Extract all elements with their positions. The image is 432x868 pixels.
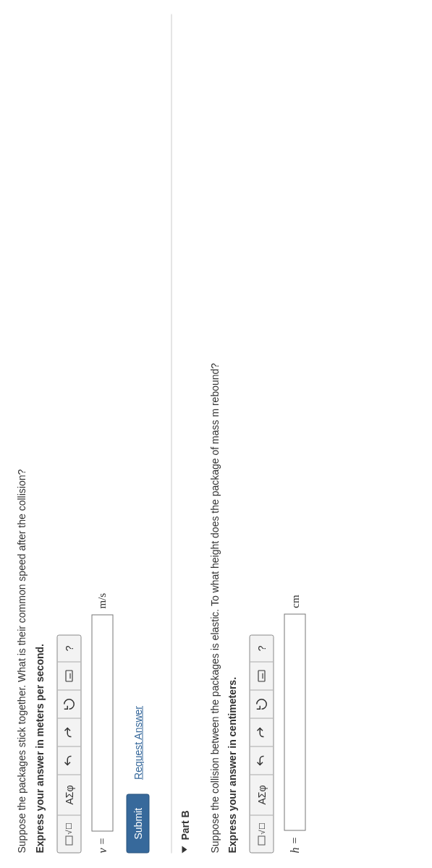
templates-button[interactable]: √☐ (57, 814, 80, 852)
part-b-unit: cm (289, 595, 301, 608)
svg-rect-0 (66, 671, 72, 681)
keyboard-icon (255, 669, 268, 682)
part-a-unit: m/s (96, 593, 109, 609)
part-b-title: Part B (179, 810, 190, 840)
part-b-header[interactable]: Part B (171, 14, 198, 854)
part-a-instruction: Express your answer in meters per second… (33, 14, 45, 854)
help-button[interactable]: ? (57, 635, 80, 661)
undo-icon (62, 754, 75, 767)
request-answer-link[interactable]: Request Answer (132, 706, 143, 780)
redo-icon (62, 726, 75, 739)
submit-button[interactable]: Submit (126, 794, 149, 854)
part-b-instruction: Express your answer in centimeters. (226, 14, 238, 854)
part-a-toolbar: √☐ ΑΣφ ? (56, 634, 81, 853)
reset-icon (62, 697, 75, 710)
part-b-question: Suppose the collision between the packag… (208, 14, 222, 854)
undo-icon (255, 754, 268, 767)
keyboard-button-b[interactable] (250, 661, 274, 689)
reset-icon (255, 697, 268, 710)
part-b-answer-input[interactable] (284, 614, 306, 831)
help-button-b[interactable]: ? (250, 635, 274, 661)
part-a-var-label: v = (96, 838, 109, 854)
redo-button-b[interactable] (250, 718, 274, 746)
rect-icon (258, 836, 266, 846)
undo-button[interactable] (57, 746, 80, 774)
part-b-var-label: h = (289, 837, 302, 854)
svg-rect-6 (258, 671, 265, 681)
reset-button[interactable] (57, 689, 80, 718)
sqrt-icon: √☐ (64, 822, 74, 834)
part-a-question: Suppose the packages stick together. Wha… (15, 14, 30, 854)
sqrt-icon: √☐ (257, 822, 266, 834)
templates-button-b[interactable]: √☐ (250, 814, 274, 852)
symbols-button[interactable]: ΑΣφ (57, 774, 80, 814)
chevron-down-icon (182, 846, 187, 854)
redo-button[interactable] (57, 718, 80, 746)
keyboard-button[interactable] (57, 661, 80, 689)
reset-button-b[interactable] (250, 689, 274, 718)
keyboard-icon (62, 669, 75, 682)
symbols-button-b[interactable]: ΑΣφ (250, 774, 274, 814)
part-a-answer-input[interactable] (91, 615, 113, 832)
redo-icon (255, 726, 268, 739)
part-b-toolbar: √☐ ΑΣφ ? (250, 634, 274, 853)
rect-icon (65, 836, 72, 846)
undo-button-b[interactable] (250, 746, 274, 774)
